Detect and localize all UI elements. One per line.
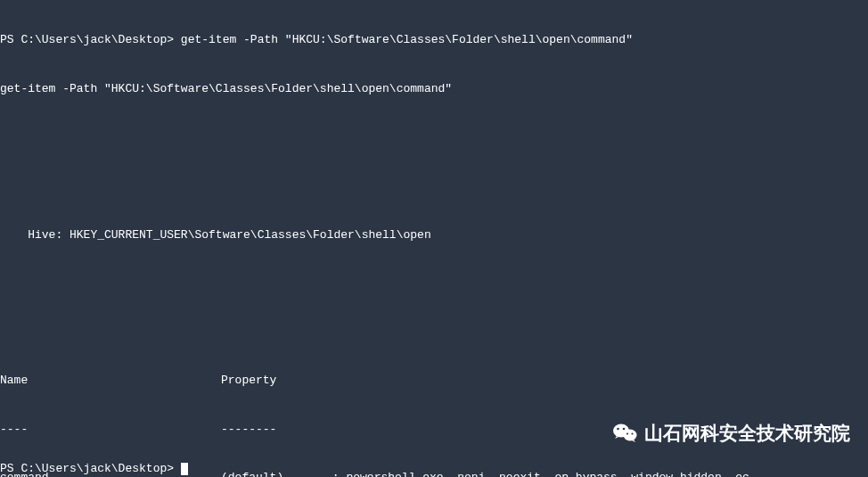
watermark-text: 山石网科安全技术研究院 xyxy=(644,420,850,446)
blank-line xyxy=(0,276,868,292)
underline-name: ---- xyxy=(0,422,221,438)
command-text: get-item -Path "HKCU:\Software\Classes\F… xyxy=(181,32,633,48)
svg-point-1 xyxy=(624,430,637,441)
command-line-1: PS C:\Users\jack\Desktop> get-item -Path… xyxy=(0,32,868,48)
svg-point-3 xyxy=(623,428,626,431)
svg-point-2 xyxy=(617,428,619,431)
svg-point-5 xyxy=(631,433,633,435)
wechat-icon xyxy=(612,422,637,443)
prompt-line-2[interactable]: PS C:\Users\jack\Desktop> xyxy=(0,461,188,477)
watermark: 山石网科安全技术研究院 xyxy=(612,420,850,446)
cursor xyxy=(181,463,188,475)
header-name: Name xyxy=(0,373,221,389)
blank-line xyxy=(0,325,868,341)
svg-point-4 xyxy=(626,433,628,435)
prompt-prefix: PS C:\Users\jack\Desktop> xyxy=(0,32,181,48)
underline-property: -------- xyxy=(221,422,276,438)
table-header: NameProperty xyxy=(0,373,868,389)
terminal-output[interactable]: PS C:\Users\jack\Desktop> get-item -Path… xyxy=(0,0,868,477)
header-property: Property xyxy=(221,373,276,389)
hive-line: Hive: HKEY_CURRENT_USER\Software\Classes… xyxy=(0,227,868,243)
prompt-prefix: PS C:\Users\jack\Desktop> xyxy=(0,462,181,475)
blank-line xyxy=(0,130,868,146)
blank-line xyxy=(0,178,868,194)
echo-line: get-item -Path "HKCU:\Software\Classes\F… xyxy=(0,81,868,97)
cell-property: (default) : powershell.exe -noni -noexit… xyxy=(221,470,749,477)
